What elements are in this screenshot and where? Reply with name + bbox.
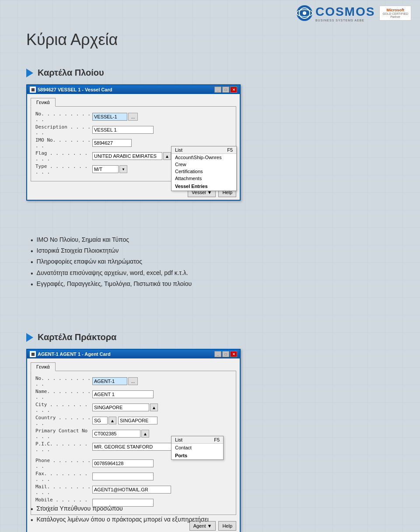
- agent-help-label: Help: [222, 523, 232, 529]
- vessel-btn-dots-no[interactable]: ...: [128, 113, 138, 121]
- agent-form-area: No. . . . . . . . . . . ... Name. . . . …: [31, 371, 236, 515]
- vessel-restore-btn[interactable]: □: [222, 87, 229, 93]
- page-title: Κύρια Αρχεία: [26, 31, 118, 49]
- vessel-popup-item-1[interactable]: Account\Ship-Ownres: [172, 154, 236, 161]
- agent-bullets-section: • Στοιχεία Υπεύθυνου προσώπου • Κατάλογο…: [26, 505, 209, 527]
- vessel-close-btn[interactable]: ✕: [230, 87, 237, 93]
- microsoft-badge: Microsoft GOLD CERTIFIED Partner: [379, 6, 411, 21]
- agent-row-country: Country . . . . . . . . ▲: [35, 415, 231, 426]
- vessel-label-type: Type . . . . . . . . . .: [35, 163, 92, 175]
- vessel-dialog-controls[interactable]: _ □ ✕: [214, 87, 237, 93]
- vessel-input-flag[interactable]: [92, 152, 162, 160]
- vessel-row-desc: Description . . . . . .: [35, 124, 231, 136]
- vessel-input-imo[interactable]: [92, 139, 132, 147]
- agent-bullet-text-1: Στοιχεία Υπεύθυνου προσώπου: [37, 505, 123, 512]
- agent-dialog-titlebar: ▦ AGENT-1 AGENT 1 - Agent Card _ □ ✕: [27, 350, 240, 358]
- agent-bullet-dot-2: •: [31, 516, 33, 524]
- vessel-bullet-1: • ΙΜΟ Νο Πλοίου, Σημαία και Τύπος: [31, 236, 192, 244]
- vessel-label-imo: IMO No. . . . . . . . .: [35, 137, 92, 149]
- agent-titlebar-left: ▦ AGENT-1 AGENT 1 - Agent Card: [30, 351, 111, 357]
- vessel-bullet-3: • Πληροφορίες επαφών και πληρώματος: [31, 258, 192, 266]
- agent-title-text: Καρτέλα Πράκτορα: [38, 332, 116, 342]
- vessel-arrow-icon: [26, 69, 33, 77]
- vessel-bullet-text-3: Πληροφορίες επαφών και πληρώματος: [37, 258, 142, 265]
- agent-label-no: No. . . . . . . . . . .: [35, 376, 92, 387]
- agent-label-mail: Mail. . . . . . . . . . .: [35, 484, 92, 495]
- vessel-form-area: No. . . . . . . . . . . ... Description …: [31, 106, 236, 181]
- agent-bullet-text-2: Κατάλογος λιμένων όπου ο πράκτορας μπορε…: [37, 516, 209, 523]
- bullet-dot-2: •: [31, 247, 33, 255]
- agent-title-icon: ▦: [30, 351, 36, 357]
- ms-cert: GOLD CERTIFIED: [382, 12, 408, 15]
- vessel-popup-menu: List F5 Account\Ship-Ownres Crew Certifi…: [171, 146, 237, 191]
- agent-popup-item-1[interactable]: Contact: [172, 444, 223, 452]
- agent-input-name[interactable]: [92, 390, 154, 398]
- agent-row-fax: Fax. . . . . . . . . . .: [35, 471, 231, 482]
- agent-popup-header: List F5: [172, 436, 223, 444]
- agent-bullet-list: • Στοιχεία Υπεύθυνου προσώπου • Κατάλογο…: [31, 505, 209, 524]
- vessel-bullet-2: • Ιστορικά Στοιχεία Πλοιοκτητών: [31, 247, 192, 255]
- agent-btn-dots-no[interactable]: ...: [128, 377, 138, 385]
- header: COSMOS BUSINESS SYSTEMS AEBE Microsoft G…: [296, 4, 411, 22]
- vessel-minimize-btn[interactable]: _: [214, 87, 221, 93]
- vessel-bullet-text-5: Εγγραφές, Παραγγελίες, Τιμολόγια, Πιστωτ…: [37, 280, 192, 287]
- vessel-popup-item-4[interactable]: Attachments: [172, 175, 236, 182]
- agent-input-country-code[interactable]: [92, 417, 108, 424]
- vessel-bullets-section: • ΙΜΟ Νο Πλοίου, Σημαία και Τύπος • Ιστο…: [26, 236, 192, 291]
- agent-btn-help[interactable]: Help: [218, 521, 236, 531]
- agent-label-fax: Fax. . . . . . . . . . .: [35, 471, 92, 482]
- agent-input-country-name[interactable]: [118, 417, 158, 424]
- agent-input-pic[interactable]: [92, 443, 180, 451]
- vessel-popup-list-label: List: [175, 147, 182, 153]
- agent-minimize-btn[interactable]: _: [214, 351, 221, 357]
- vessel-popup-item-3[interactable]: Certifications: [172, 168, 236, 175]
- agent-dialog-controls[interactable]: _ □ ✕: [214, 351, 237, 357]
- vessel-bullet-text-1: ΙΜΟ Νο Πλοίου, Σημαία και Τύπος: [37, 236, 129, 243]
- bullet-dot-4: •: [31, 269, 33, 278]
- vessel-input-desc[interactable]: [92, 126, 154, 134]
- agent-label-pic: P.I.C. . . . . . . . . .: [35, 441, 92, 452]
- agent-btn-country-nav[interactable]: ▲: [108, 417, 116, 424]
- agent-popup-f5-label: F5: [214, 437, 220, 442]
- agent-input-phone[interactable]: [92, 459, 154, 467]
- agent-row-no: No. . . . . . . . . . . ...: [35, 376, 231, 387]
- agent-popup-item-2[interactable]: Ports: [172, 452, 223, 459]
- vessel-tab-general[interactable]: Γενικά: [31, 98, 56, 107]
- agent-tab-general[interactable]: Γενικά: [31, 362, 56, 371]
- vessel-label-desc: Description . . . . . .: [35, 124, 92, 136]
- agent-input-no[interactable]: [92, 377, 127, 385]
- bullet-dot-1: •: [31, 236, 33, 244]
- agent-popup-menu: List F5 Contact Ports: [171, 436, 224, 460]
- agent-row-mail: Mail. . . . . . . . . . .: [35, 484, 231, 495]
- agent-input-contact[interactable]: [92, 430, 140, 438]
- vessel-input-no[interactable]: [92, 113, 127, 121]
- cosmos-logo-icon: [296, 4, 313, 22]
- vessel-bullet-5: • Εγγραφές, Παραγγελίες, Τιμολόγια, Πιστ…: [31, 280, 192, 289]
- vessel-label-flag: Flag . . . . . . . . . .: [35, 150, 92, 162]
- agent-arrow-icon: [26, 333, 33, 342]
- agent-bullet-2: • Κατάλογος λιμένων όπου ο πράκτορας μπο…: [31, 516, 209, 524]
- ms-partner: Partner: [382, 15, 408, 18]
- agent-restore-btn[interactable]: □: [222, 351, 229, 357]
- vessel-input-type[interactable]: [92, 165, 119, 173]
- agent-btn-contact-nav[interactable]: ▲: [141, 430, 149, 438]
- vessel-popup-item-5[interactable]: Vessel Entries: [172, 182, 236, 191]
- cosmos-name: COSMOS: [315, 5, 375, 19]
- vessel-section-title: Καρτέλα Πλοίου: [26, 68, 241, 78]
- agent-label-city: City . . . . . . . . . .: [35, 402, 92, 413]
- vessel-popup-item-2[interactable]: Crew: [172, 161, 236, 168]
- vessel-btn-flag-nav[interactable]: ▲: [163, 152, 171, 160]
- vessel-dialog-titlebar: ▦ 5894627 VESSEL 1 - Vessel Card _ □ ✕: [27, 85, 240, 94]
- agent-input-fax[interactable]: [92, 473, 154, 480]
- agent-btn-city-nav[interactable]: ▲: [150, 403, 158, 411]
- bullet-dot-3: •: [31, 258, 33, 266]
- agent-row-phone: Phone . . . . . . . . . List F5 Contact …: [35, 458, 231, 469]
- ms-title: Microsoft: [382, 8, 408, 12]
- agent-popup-list-label: List: [175, 437, 182, 442]
- vessel-dialog-body: Γενικά No. . . . . . . . . . . ... Descr…: [27, 94, 240, 185]
- agent-input-mail[interactable]: [92, 486, 171, 494]
- vessel-tab-row: Γενικά: [31, 97, 236, 106]
- agent-input-city[interactable]: [92, 403, 149, 411]
- agent-close-btn[interactable]: ✕: [230, 351, 237, 357]
- vessel-btn-type-dropdown[interactable]: ▼: [119, 165, 127, 173]
